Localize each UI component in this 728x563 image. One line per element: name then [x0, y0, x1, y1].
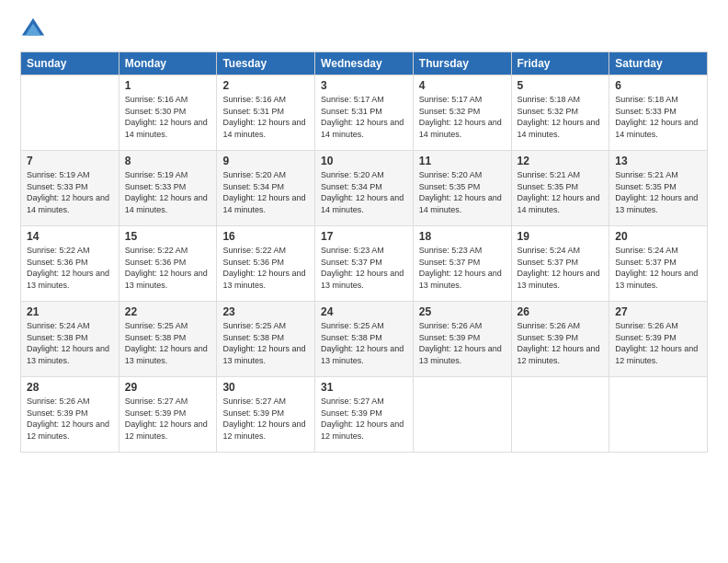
calendar-cell	[21, 75, 119, 151]
cell-content: Sunrise: 5:26 AMSunset: 5:39 PMDaylight:…	[615, 320, 701, 366]
cell-content: Sunrise: 5:25 AMSunset: 5:38 PMDaylight:…	[125, 320, 211, 366]
calendar-cell: 27Sunrise: 5:26 AMSunset: 5:39 PMDayligh…	[609, 302, 708, 377]
day-number: 24	[321, 305, 407, 318]
header-cell-thursday: Thursday	[413, 52, 511, 75]
day-number: 20	[615, 230, 701, 243]
calendar-cell: 28Sunrise: 5:26 AMSunset: 5:39 PMDayligh…	[21, 377, 119, 453]
cell-content: Sunrise: 5:27 AMSunset: 5:39 PMDaylight:…	[125, 396, 211, 442]
week-row-3: 14Sunrise: 5:22 AMSunset: 5:36 PMDayligh…	[21, 226, 708, 302]
calendar-cell: 26Sunrise: 5:26 AMSunset: 5:39 PMDayligh…	[511, 302, 609, 377]
cell-content: Sunrise: 5:25 AMSunset: 5:38 PMDaylight:…	[222, 320, 309, 366]
header-cell-tuesday: Tuesday	[217, 52, 315, 75]
day-number: 8	[125, 155, 211, 167]
week-row-4: 21Sunrise: 5:24 AMSunset: 5:38 PMDayligh…	[21, 302, 708, 377]
cell-content: Sunrise: 5:20 AMSunset: 5:34 PMDaylight:…	[222, 169, 309, 215]
day-number: 4	[419, 79, 506, 92]
calendar-cell: 11Sunrise: 5:20 AMSunset: 5:35 PMDayligh…	[413, 151, 511, 226]
calendar-cell: 31Sunrise: 5:27 AMSunset: 5:39 PMDayligh…	[315, 377, 414, 453]
logo	[20, 17, 51, 42]
logo-icon	[20, 17, 46, 42]
cell-content: Sunrise: 5:17 AMSunset: 5:31 PMDaylight:…	[321, 94, 407, 140]
day-number: 7	[27, 155, 113, 167]
calendar-cell: 7Sunrise: 5:19 AMSunset: 5:33 PMDaylight…	[21, 151, 119, 226]
header-cell-sunday: Sunday	[21, 52, 119, 75]
cell-content: Sunrise: 5:24 AMSunset: 5:37 PMDaylight:…	[518, 245, 604, 291]
calendar-cell: 1Sunrise: 5:16 AMSunset: 5:30 PMDaylight…	[119, 75, 217, 151]
calendar-cell: 23Sunrise: 5:25 AMSunset: 5:38 PMDayligh…	[217, 302, 315, 377]
day-number: 23	[222, 305, 309, 318]
week-row-1: 1Sunrise: 5:16 AMSunset: 5:30 PMDaylight…	[21, 75, 708, 151]
cell-content: Sunrise: 5:25 AMSunset: 5:38 PMDaylight:…	[321, 320, 407, 366]
header-cell-saturday: Saturday	[609, 52, 708, 75]
calendar-table: SundayMondayTuesdayWednesdayThursdayFrid…	[20, 52, 708, 453]
cell-content: Sunrise: 5:22 AMSunset: 5:36 PMDaylight:…	[222, 245, 309, 291]
cell-content: Sunrise: 5:23 AMSunset: 5:37 PMDaylight:…	[419, 245, 506, 291]
calendar-cell: 24Sunrise: 5:25 AMSunset: 5:38 PMDayligh…	[315, 302, 414, 377]
calendar-cell: 13Sunrise: 5:21 AMSunset: 5:35 PMDayligh…	[609, 151, 708, 226]
header	[20, 17, 708, 42]
header-cell-wednesday: Wednesday	[315, 52, 414, 75]
day-number: 9	[222, 155, 309, 167]
day-number: 31	[321, 381, 407, 394]
cell-content: Sunrise: 5:27 AMSunset: 5:39 PMDaylight:…	[222, 396, 309, 442]
header-row: SundayMondayTuesdayWednesdayThursdayFrid…	[21, 52, 708, 75]
day-number: 17	[321, 230, 407, 243]
calendar-cell: 22Sunrise: 5:25 AMSunset: 5:38 PMDayligh…	[119, 302, 217, 377]
cell-content: Sunrise: 5:19 AMSunset: 5:33 PMDaylight:…	[27, 169, 113, 215]
cell-content: Sunrise: 5:18 AMSunset: 5:32 PMDaylight:…	[518, 94, 604, 140]
cell-content: Sunrise: 5:16 AMSunset: 5:31 PMDaylight:…	[222, 94, 309, 140]
calendar-cell: 2Sunrise: 5:16 AMSunset: 5:31 PMDaylight…	[217, 75, 315, 151]
calendar-cell	[413, 377, 511, 453]
cell-content: Sunrise: 5:20 AMSunset: 5:34 PMDaylight:…	[321, 169, 407, 215]
calendar-cell: 3Sunrise: 5:17 AMSunset: 5:31 PMDaylight…	[315, 75, 414, 151]
day-number: 3	[321, 79, 407, 92]
header-cell-friday: Friday	[511, 52, 609, 75]
cell-content: Sunrise: 5:17 AMSunset: 5:32 PMDaylight:…	[419, 94, 506, 140]
page-container: SundayMondayTuesdayWednesdayThursdayFrid…	[0, 0, 728, 462]
calendar-cell: 5Sunrise: 5:18 AMSunset: 5:32 PMDaylight…	[511, 75, 609, 151]
cell-content: Sunrise: 5:22 AMSunset: 5:36 PMDaylight:…	[27, 245, 113, 291]
calendar-cell: 4Sunrise: 5:17 AMSunset: 5:32 PMDaylight…	[413, 75, 511, 151]
cell-content: Sunrise: 5:18 AMSunset: 5:33 PMDaylight:…	[615, 94, 701, 140]
day-number: 29	[125, 381, 211, 394]
day-number: 18	[419, 230, 506, 243]
day-number: 2	[222, 79, 309, 92]
week-row-2: 7Sunrise: 5:19 AMSunset: 5:33 PMDaylight…	[21, 151, 708, 226]
cell-content: Sunrise: 5:21 AMSunset: 5:35 PMDaylight:…	[518, 169, 604, 215]
calendar-cell: 16Sunrise: 5:22 AMSunset: 5:36 PMDayligh…	[217, 226, 315, 302]
day-number: 28	[27, 381, 113, 394]
day-number: 30	[222, 381, 309, 394]
day-number: 22	[125, 305, 211, 318]
day-number: 12	[518, 155, 604, 167]
cell-content: Sunrise: 5:24 AMSunset: 5:37 PMDaylight:…	[615, 245, 701, 291]
header-cell-monday: Monday	[119, 52, 217, 75]
calendar-cell: 10Sunrise: 5:20 AMSunset: 5:34 PMDayligh…	[315, 151, 414, 226]
cell-content: Sunrise: 5:16 AMSunset: 5:30 PMDaylight:…	[125, 94, 211, 140]
day-number: 1	[125, 79, 211, 92]
cell-content: Sunrise: 5:23 AMSunset: 5:37 PMDaylight:…	[321, 245, 407, 291]
day-number: 11	[419, 155, 506, 167]
calendar-cell: 12Sunrise: 5:21 AMSunset: 5:35 PMDayligh…	[511, 151, 609, 226]
day-number: 16	[222, 230, 309, 243]
day-number: 25	[419, 305, 506, 318]
day-number: 14	[27, 230, 113, 243]
day-number: 10	[321, 155, 407, 167]
day-number: 5	[518, 79, 604, 92]
calendar-cell	[609, 377, 708, 453]
calendar-cell: 20Sunrise: 5:24 AMSunset: 5:37 PMDayligh…	[609, 226, 708, 302]
calendar-cell: 19Sunrise: 5:24 AMSunset: 5:37 PMDayligh…	[511, 226, 609, 302]
cell-content: Sunrise: 5:19 AMSunset: 5:33 PMDaylight:…	[125, 169, 211, 215]
cell-content: Sunrise: 5:24 AMSunset: 5:38 PMDaylight:…	[27, 320, 113, 366]
calendar-cell: 17Sunrise: 5:23 AMSunset: 5:37 PMDayligh…	[315, 226, 414, 302]
day-number: 13	[615, 155, 701, 167]
calendar-cell: 9Sunrise: 5:20 AMSunset: 5:34 PMDaylight…	[217, 151, 315, 226]
cell-content: Sunrise: 5:27 AMSunset: 5:39 PMDaylight:…	[321, 396, 407, 442]
calendar-cell: 15Sunrise: 5:22 AMSunset: 5:36 PMDayligh…	[119, 226, 217, 302]
calendar-cell: 8Sunrise: 5:19 AMSunset: 5:33 PMDaylight…	[119, 151, 217, 226]
day-number: 27	[615, 305, 701, 318]
calendar-cell: 29Sunrise: 5:27 AMSunset: 5:39 PMDayligh…	[119, 377, 217, 453]
calendar-cell	[511, 377, 609, 453]
week-row-5: 28Sunrise: 5:26 AMSunset: 5:39 PMDayligh…	[21, 377, 708, 453]
day-number: 6	[615, 79, 701, 92]
cell-content: Sunrise: 5:26 AMSunset: 5:39 PMDaylight:…	[419, 320, 506, 366]
